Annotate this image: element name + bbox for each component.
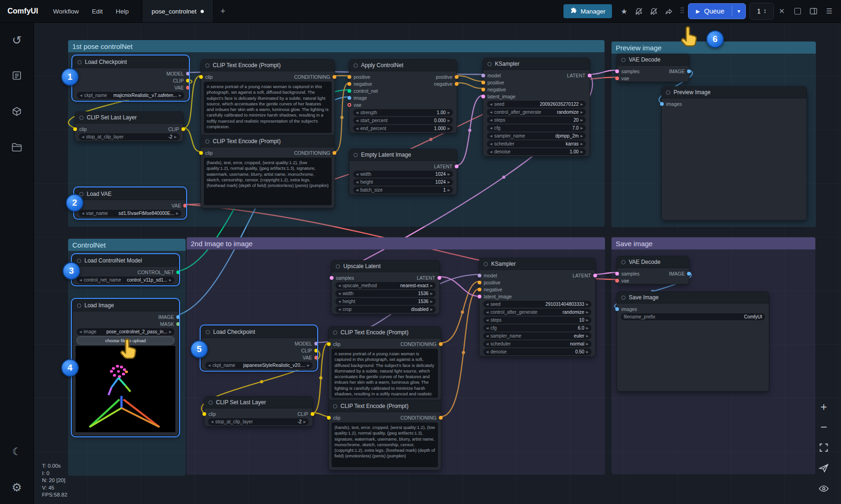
node-titlebar[interactable]: Load Image [73,300,178,311]
logs-icon[interactable] [12,70,22,81]
widget-image[interactable]: ◀imagepose_controlnet_2_pass_in...▶ [76,328,174,335]
collapse-dot-icon[interactable] [621,296,626,300]
models-box-icon[interactable] [12,106,22,117]
slot-dot-image[interactable] [687,272,691,276]
prompt-textarea[interactable]: A serene portrait of a young Asian woman… [204,82,332,133]
slot-dot-conditioning[interactable] [455,82,459,86]
input-slot-negative[interactable]: negative [483,87,506,92]
slot-dot-clip[interactable] [199,151,203,155]
widget-crop[interactable]: ◀cropdisabled▶ [335,306,436,313]
widget-left-arrow-icon[interactable]: ◀ [490,110,492,114]
slot-dot-vae[interactable] [348,103,351,107]
node-titlebar[interactable]: CLIP Set Last Layer [204,397,313,408]
slot-dot-clip[interactable] [73,127,77,131]
node-titlebar[interactable]: KSampler [483,58,590,70]
slot-dot-clip[interactable] [181,127,185,131]
node-titlebar[interactable]: Apply ControlNet [349,60,457,71]
batch-count-stepper[interactable]: 1 ▲ ▼ [750,3,774,20]
widget-right-arrow-icon[interactable]: ▶ [581,110,583,114]
widget-right-arrow-icon[interactable]: ▶ [581,134,583,138]
node-titlebar[interactable]: CLIP Text Encode (Prompt) [329,327,441,338]
widget-right-arrow-icon[interactable]: ▶ [581,118,583,122]
widget-left-arrow-icon[interactable]: ◀ [338,300,341,304]
widget-filename-prefix[interactable]: filename_prefixComfyUI [621,313,765,320]
node-titlebar[interactable]: Load VAE [75,188,185,200]
slot-dot-conditioning[interactable] [348,75,351,79]
slot-dot-model[interactable] [478,274,481,277]
output-slot-vae[interactable]: VAE [303,355,316,360]
widget-ckpt-name[interactable]: ◀ckpt_namejapaneseStyleRealistic_v20....… [205,362,313,369]
input-slot-vae[interactable]: vae [617,278,629,283]
widget-width[interactable]: ◀width1024▶ [353,171,453,178]
slot-dot-latent[interactable] [438,276,441,280]
collapse-dot-icon[interactable] [354,63,358,68]
slot-dot-conditioning[interactable] [348,82,351,86]
output-slot-conditioning[interactable]: CONDITIONING [294,150,334,156]
prompt-textarea[interactable]: (hands), text, error, cropped, (worst qu… [332,422,438,467]
prompt-textarea[interactable]: A serene portrait of a young Asian woman… [332,349,438,398]
widget-right-arrow-icon[interactable]: ▶ [581,126,583,130]
widget-left-arrow-icon[interactable]: ◀ [79,278,82,282]
widget-right-arrow-icon[interactable]: ▶ [174,135,177,139]
widget-left-arrow-icon[interactable]: ◀ [356,119,358,123]
slot-dot-mask[interactable] [176,322,180,326]
slot-dot-clip[interactable] [199,75,203,79]
widget-ckpt-name[interactable]: ◀ckpt_namemajicmixRealistic_v7.safeten..… [77,92,184,99]
hamburger-menu-icon[interactable]: ☰ [821,4,837,18]
slot-dot-model[interactable] [314,342,318,345]
widget-right-arrow-icon[interactable]: ▶ [586,318,589,322]
slot-dot-vae[interactable] [615,76,619,80]
alerts-muted-icon[interactable] [646,4,661,18]
output-slot-image[interactable]: IMAGE [158,314,178,320]
node-preview-image[interactable]: Preview Imageimages [661,86,807,221]
slot-dot-latent[interactable] [478,295,481,298]
input-slot-vae[interactable]: vae [617,76,629,81]
widget-right-arrow-icon[interactable]: ▶ [581,150,583,154]
collapse-dot-icon[interactable] [77,259,81,263]
widget-right-arrow-icon[interactable]: ▶ [448,111,450,115]
collapse-dot-icon[interactable] [77,304,81,308]
widget-right-arrow-icon[interactable]: ▶ [448,180,450,184]
slot-dot-model[interactable] [186,72,190,76]
node-titlebar[interactable]: CLIP Text Encode (Prompt) [201,60,334,71]
widget-left-arrow-icon[interactable]: ◀ [486,334,488,338]
collapse-dot-icon[interactable] [484,262,488,266]
prompt-textarea[interactable]: (hands), text, error, cropped, (worst qu… [204,158,332,205]
slot-dot-conditioning[interactable] [478,281,481,284]
share-icon[interactable] [661,4,676,18]
widget-right-arrow-icon[interactable]: ▶ [169,278,172,282]
input-slot-model[interactable]: model [483,73,501,78]
slot-dot-vae[interactable] [314,356,318,359]
widget-height[interactable]: ◀height1024▶ [353,179,453,186]
input-slot-vae[interactable]: vae [349,102,361,108]
zoom-in-button[interactable]: + [820,401,827,413]
widget-end-percent[interactable]: ◀end_percent1.000▶ [353,125,453,132]
widget-steps[interactable]: ◀steps10▶ [483,317,591,324]
send-plane-button[interactable] [819,463,829,473]
output-slot-latent[interactable]: LATENT [567,73,590,78]
collapse-dot-icon[interactable] [487,62,492,66]
widget-right-arrow-icon[interactable]: ▶ [586,303,589,306]
workflows-folder-icon[interactable] [12,143,22,152]
widget-denoise[interactable]: ◀denoise0.50▶ [483,348,591,355]
node-load-image[interactable]: Load ImageIMAGEMASK◀imagepose_controlnet… [72,299,179,436]
menu-help[interactable]: Help [109,8,135,15]
input-slot-samples[interactable]: samples [332,275,354,281]
widget-right-arrow-icon[interactable]: ▶ [448,188,450,192]
widget-right-arrow-icon[interactable]: ▶ [431,292,433,296]
slot-dot-conditioning[interactable] [455,75,459,79]
slot-dot-image[interactable] [615,307,619,311]
node-clip-set-last-layer-2[interactable]: CLIP Set Last LayerclipCLIP◀stop_at_clip… [204,396,313,427]
toggle-visibility-eye-button[interactable] [819,483,829,494]
output-slot-image[interactable]: IMAGE [669,271,689,276]
widget-left-arrow-icon[interactable]: ◀ [338,292,341,296]
node-upscale-latent[interactable]: Upscale LatentsamplesLATENT◀upscale_meth… [331,260,440,314]
widget-left-arrow-icon[interactable]: ◀ [490,126,492,130]
widget-steps[interactable]: ◀steps20▶ [487,117,586,124]
widget-seed[interactable]: ◀seed200926035270122▶ [487,101,586,108]
node-ksampler-1[interactable]: KSamplermodelLATENTpositivenegativelaten… [483,58,590,157]
collapse-dot-icon[interactable] [205,63,209,68]
node-titlebar[interactable]: CLIP Set Last Layer [75,112,183,124]
node-titlebar[interactable]: VAE Decode [617,256,689,268]
output-slot-model[interactable]: MODEL [295,341,316,346]
